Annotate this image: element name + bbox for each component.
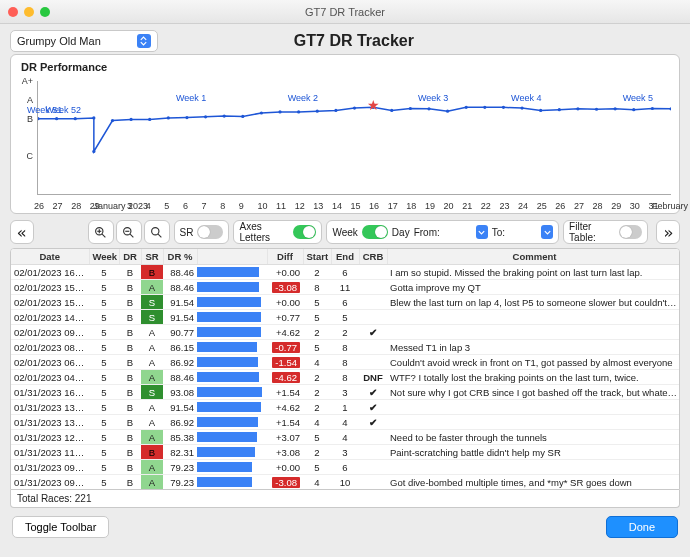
to-dropdown[interactable] [541, 225, 553, 239]
col-end[interactable]: End [331, 249, 359, 265]
svg-point-15 [297, 110, 300, 113]
zoom-fit-button[interactable] [144, 220, 170, 244]
table-row[interactable]: 01/31/2023 11:435BB82.31+3.0823Paint-scr… [11, 445, 680, 460]
next-page-button[interactable]: » [656, 220, 680, 244]
titlebar: GT7 DR Tracker [0, 0, 690, 24]
table-row[interactable]: 02/01/2023 14:425BS91.54+0.7755 [11, 310, 680, 325]
svg-point-1 [55, 117, 58, 120]
svg-point-32 [614, 107, 617, 110]
updown-icon [137, 34, 151, 48]
axes-letters-group: Axes Letters [233, 220, 322, 244]
svg-point-21 [409, 107, 412, 110]
svg-point-26 [502, 106, 505, 109]
done-button[interactable]: Done [606, 516, 678, 538]
profile-select[interactable]: Grumpy Old Man [10, 30, 158, 52]
svg-point-18 [353, 107, 356, 110]
table-row[interactable]: 01/31/2023 16:045BS93.08+1.5423✔Not sure… [11, 385, 680, 400]
filter-label: Filter Table: [569, 221, 615, 243]
table-row[interactable]: 01/31/2023 09:225BA79.23-3.08410Got dive… [11, 475, 680, 490]
app-title: GT7 DR Tracker [158, 32, 550, 50]
chart-line [38, 81, 671, 194]
zoom-out-button[interactable] [116, 220, 142, 244]
col-dr-[interactable]: DR % [163, 249, 197, 265]
svg-point-31 [595, 108, 598, 111]
chart-plot-area[interactable]: ★ [37, 81, 671, 195]
toggle-toolbar-button[interactable]: Toggle Toolbar [12, 516, 109, 538]
svg-point-30 [576, 107, 579, 110]
svg-point-8 [167, 116, 170, 119]
svg-point-10 [204, 115, 207, 118]
svg-line-37 [102, 234, 105, 237]
svg-point-16 [316, 110, 319, 113]
axes-letters-label: Axes Letters [239, 221, 289, 243]
svg-point-35 [669, 107, 671, 110]
chart-title: DR Performance [11, 55, 679, 73]
svg-point-14 [278, 110, 281, 113]
col-start[interactable]: Start [303, 249, 331, 265]
table-row[interactable]: 02/01/2023 15:025BS91.54+0.0056Blew the … [11, 295, 680, 310]
svg-point-29 [558, 108, 561, 111]
highlight-star-icon: ★ [367, 97, 380, 113]
col-comment[interactable]: Comment [387, 249, 680, 265]
week-day-group: Week Day From: To: [326, 220, 559, 244]
svg-point-12 [241, 115, 244, 118]
chart-panel: DR Performance ★ A+ABC26272829January 20… [10, 54, 680, 214]
svg-point-13 [260, 111, 263, 114]
day-label: Day [392, 227, 410, 238]
table-row[interactable]: 02/01/2023 06:225BA86.92-1.5448Couldn't … [11, 355, 680, 370]
table-row[interactable]: 02/01/2023 08:225BA86.15-0.7758Messed T1… [11, 340, 680, 355]
table-row[interactable]: 02/01/2023 09:025BA90.77+4.6222✔ [11, 325, 680, 340]
race-table[interactable]: DateWeekDRSRDR %DiffStartEndCRBComment02… [10, 248, 680, 490]
window-title: GT7 DR Tracker [0, 6, 690, 18]
svg-point-25 [483, 106, 486, 109]
col-bar[interactable] [197, 249, 267, 265]
from-input[interactable] [444, 224, 472, 240]
svg-point-20 [390, 109, 393, 112]
col-diff[interactable]: Diff [267, 249, 303, 265]
svg-point-27 [520, 107, 523, 110]
table-row[interactable]: 02/01/2023 04:085BA88.46-4.6228DNFWTF? I… [11, 370, 680, 385]
col-crb[interactable]: CRB [359, 249, 387, 265]
svg-line-44 [158, 234, 161, 237]
svg-point-2 [74, 117, 77, 120]
svg-point-23 [446, 110, 449, 113]
filter-toggle[interactable] [619, 225, 642, 239]
to-label: To: [492, 227, 505, 238]
table-row[interactable]: 01/31/2023 12:025BA85.38+3.0754Need to b… [11, 430, 680, 445]
svg-point-22 [427, 107, 430, 110]
week-day-toggle[interactable] [362, 225, 388, 239]
filter-table-group: Filter Table: [563, 220, 648, 244]
col-week[interactable]: Week [89, 249, 119, 265]
table-row[interactable]: 01/31/2023 09:425BA79.23+0.0056 [11, 460, 680, 475]
bottom-bar: Toggle Toolbar Done [0, 508, 690, 546]
svg-point-33 [632, 108, 635, 111]
svg-point-6 [129, 118, 132, 121]
svg-point-24 [465, 106, 468, 109]
table-row[interactable]: 02/01/2023 16:425BB88.46+0.0026I am so s… [11, 265, 680, 280]
svg-point-0 [38, 117, 40, 120]
col-dr[interactable]: DR [119, 249, 141, 265]
table-row[interactable]: 02/01/2023 15:425BA88.46-3.08811Gotta im… [11, 280, 680, 295]
zoom-in-button[interactable] [88, 220, 114, 244]
toolbar: « SR Axes Letters Week Day From: To: Fil… [10, 220, 680, 244]
sr-toggle[interactable] [197, 225, 223, 239]
axes-letters-toggle[interactable] [293, 225, 316, 239]
table-footer: Total Races: 221 [10, 490, 680, 508]
col-date[interactable]: Date [11, 249, 89, 265]
from-label: From: [414, 227, 440, 238]
svg-point-7 [148, 118, 151, 121]
svg-point-28 [539, 109, 542, 112]
prev-page-button[interactable]: « [10, 220, 34, 244]
from-dropdown[interactable] [476, 225, 488, 239]
to-input[interactable] [509, 224, 537, 240]
week-label: Week [332, 227, 357, 238]
svg-line-41 [130, 234, 133, 237]
svg-point-9 [185, 116, 188, 119]
col-sr[interactable]: SR [141, 249, 163, 265]
table-row[interactable]: 01/31/2023 13:495BA91.54+4.6221✔ [11, 400, 680, 415]
sr-label: SR [180, 227, 194, 238]
profile-select-value: Grumpy Old Man [17, 35, 101, 47]
table-row[interactable]: 01/31/2023 13:225BA86.92+1.5444✔ [11, 415, 680, 430]
svg-point-11 [223, 114, 226, 117]
svg-point-5 [111, 119, 114, 122]
